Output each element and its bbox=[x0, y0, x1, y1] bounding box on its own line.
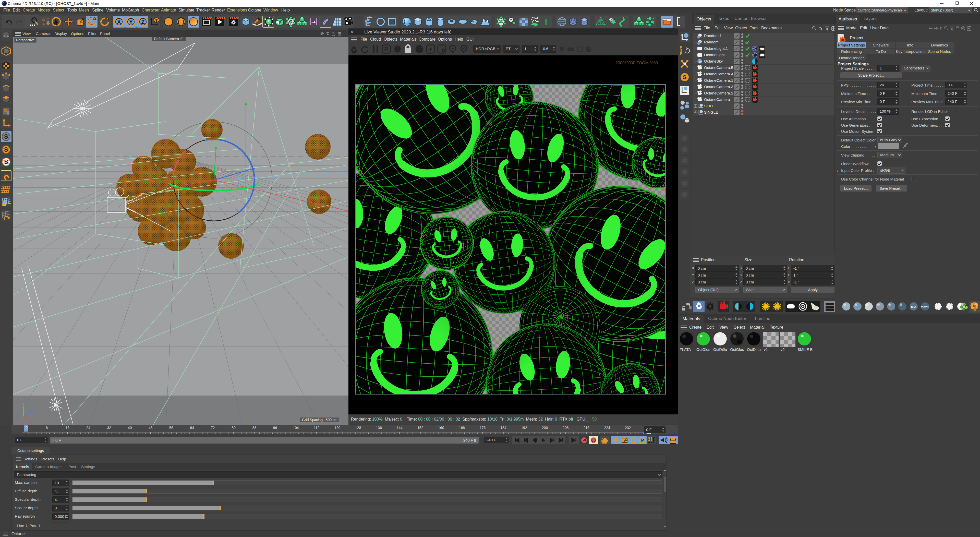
svg-text:120: 120 bbox=[334, 425, 340, 430]
svg-text:176: 176 bbox=[480, 425, 486, 430]
svg-text:184: 184 bbox=[500, 425, 506, 430]
svg-text:R: R bbox=[384, 46, 388, 53]
svg-text:24: 24 bbox=[86, 425, 91, 430]
svg-text:0: 0 bbox=[25, 425, 27, 430]
svg-text:152: 152 bbox=[417, 425, 423, 430]
svg-text:160: 160 bbox=[438, 425, 444, 430]
svg-text:48: 48 bbox=[149, 425, 153, 430]
svg-text:R: R bbox=[680, 52, 682, 56]
svg-text:Y: Y bbox=[22, 402, 25, 406]
svg-text:200: 200 bbox=[542, 425, 548, 430]
svg-text:X: X bbox=[117, 19, 121, 25]
svg-text:P: P bbox=[641, 438, 644, 443]
svg-text:64: 64 bbox=[190, 425, 194, 430]
svg-text:80: 80 bbox=[232, 425, 235, 430]
svg-text:112: 112 bbox=[314, 425, 320, 430]
svg-text:192: 192 bbox=[521, 425, 527, 430]
svg-text:BLEND: BLEND bbox=[921, 305, 929, 308]
svg-text:X: X bbox=[29, 420, 32, 424]
svg-text:F: F bbox=[451, 46, 454, 51]
svg-text:232: 232 bbox=[625, 425, 631, 430]
svg-text:S: S bbox=[4, 146, 8, 153]
svg-text:96: 96 bbox=[273, 425, 277, 430]
svg-text:16: 16 bbox=[65, 425, 70, 430]
svg-text:MIX: MIX bbox=[911, 305, 916, 308]
svg-text:M: M bbox=[462, 46, 466, 51]
svg-text:208: 208 bbox=[563, 425, 569, 430]
svg-text:56: 56 bbox=[169, 425, 173, 430]
svg-text:T: T bbox=[543, 17, 549, 27]
svg-text:S: S bbox=[4, 133, 8, 140]
svg-text:Z: Z bbox=[141, 19, 145, 25]
svg-text:32: 32 bbox=[107, 425, 111, 430]
svg-text:8: 8 bbox=[46, 425, 48, 430]
svg-text:136: 136 bbox=[376, 425, 382, 430]
svg-text:144: 144 bbox=[397, 425, 403, 430]
svg-text:72: 72 bbox=[211, 425, 215, 430]
svg-text:S: S bbox=[683, 74, 687, 80]
svg-text:104: 104 bbox=[293, 425, 299, 430]
svg-text:Y: Y bbox=[129, 19, 133, 25]
svg-text:Z: Z bbox=[33, 409, 35, 413]
svg-text:88: 88 bbox=[253, 425, 256, 430]
svg-text:40: 40 bbox=[128, 425, 132, 430]
svg-text:S: S bbox=[4, 159, 8, 165]
svg-text:168: 168 bbox=[459, 425, 465, 430]
svg-text:128: 128 bbox=[355, 425, 361, 430]
svg-text:216: 216 bbox=[583, 425, 589, 430]
svg-text:224: 224 bbox=[604, 425, 610, 430]
